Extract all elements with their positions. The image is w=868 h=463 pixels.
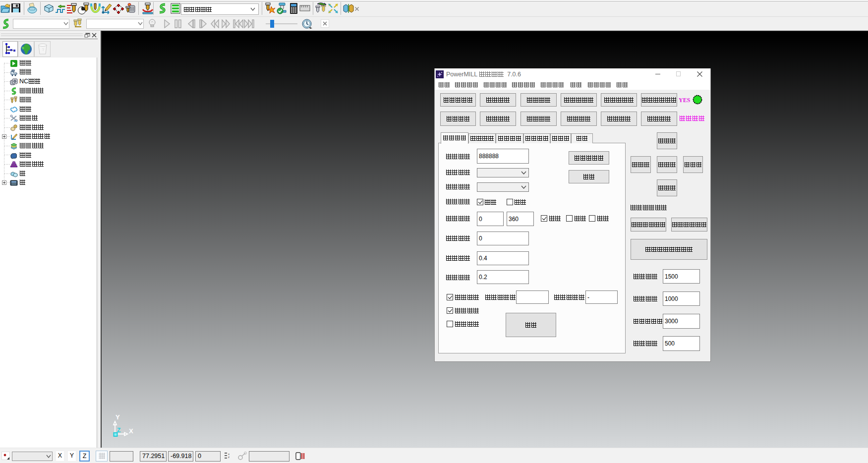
svg-text:z: z xyxy=(228,456,230,459)
svg-text:Z: Z xyxy=(117,427,120,434)
svg-text:X: X xyxy=(129,427,133,435)
svg-text:Y: Y xyxy=(116,413,120,421)
